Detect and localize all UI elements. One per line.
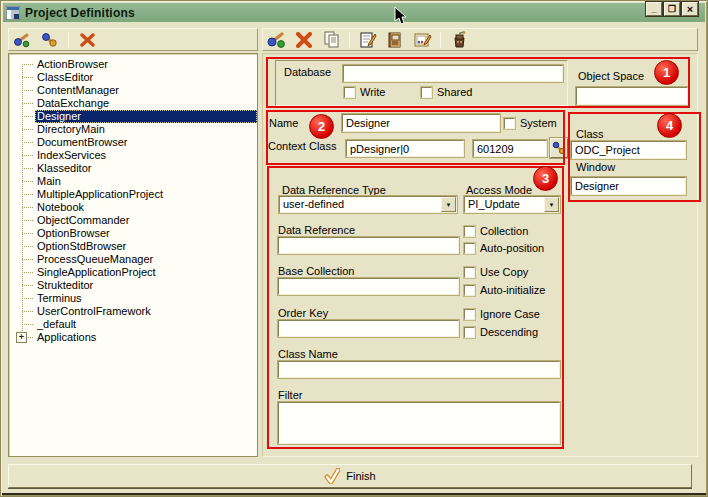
context-class-input[interactable] — [346, 140, 464, 157]
ignore-case-checkbox[interactable] — [464, 309, 475, 320]
auto-initialize-checkbox[interactable] — [464, 285, 475, 296]
finish-button[interactable]: Finish — [8, 464, 692, 488]
system-checkbox[interactable] — [504, 118, 515, 129]
toolbar-separator — [68, 32, 69, 48]
tree-item[interactable]: Klasseditor — [9, 162, 257, 175]
tree-item[interactable]: OptionBrowser — [9, 227, 257, 240]
tree-item[interactable]: OptionStdBrowser — [9, 240, 257, 253]
class-name-label: Class Name — [278, 348, 338, 360]
catalog-book-icon — [386, 31, 404, 49]
ignore-case-label: Ignore Case — [480, 308, 540, 320]
access-mode-label: Access Mode — [466, 184, 532, 196]
delete-button[interactable] — [293, 30, 315, 50]
database-label: Database — [284, 66, 331, 78]
project-tree: ActionBrowser ClassEditor ContentManager… — [9, 54, 257, 344]
tree-item[interactable]: IndexServices — [9, 149, 257, 162]
new-link-object-button[interactable] — [12, 30, 34, 50]
data-reference-type-select[interactable]: user-defined ▼ — [279, 196, 457, 213]
access-mode-select[interactable]: PI_Update ▼ — [464, 196, 560, 213]
tree-item-selected[interactable]: Designer — [9, 110, 257, 123]
write-checkbox-row: Write — [344, 86, 385, 98]
tree-item[interactable]: _default — [9, 318, 257, 331]
project-tree-panel: ActionBrowser ClassEditor ContentManager… — [8, 53, 258, 457]
delete-button[interactable] — [76, 30, 98, 50]
ignore-case-checkbox-row: Ignore Case — [464, 308, 540, 320]
toolbar-separator — [440, 32, 441, 48]
data-reference-type-label: Data Reference Type — [282, 184, 386, 196]
base-collection-label: Base Collection — [278, 265, 354, 277]
new-object-button[interactable] — [266, 30, 288, 50]
database-input[interactable] — [343, 65, 563, 82]
class-name-input[interactable] — [278, 361, 560, 378]
data-reference-input[interactable] — [278, 237, 459, 254]
link-object-icon — [552, 141, 566, 155]
tree-item[interactable]: SingleApplicationProject — [9, 266, 257, 279]
project-definitions-window: Project Definitions _ ❐ × — [0, 0, 708, 497]
link-object-button[interactable] — [39, 30, 61, 50]
collection-checkbox[interactable] — [464, 226, 475, 237]
window-field-label: Window — [576, 161, 615, 173]
context-class-browse-button[interactable] — [550, 138, 568, 158]
delete-x-icon — [80, 33, 95, 47]
edit-document-button[interactable] — [357, 30, 379, 50]
expander-plus-icon[interactable]: + — [16, 332, 27, 343]
tree-item[interactable]: ProcessQueueManager — [9, 253, 257, 266]
descending-checkbox[interactable] — [464, 327, 475, 338]
auto-position-checkbox[interactable] — [464, 243, 475, 254]
tree-item[interactable]: MultipleApplicationProject — [9, 188, 257, 201]
tree-item[interactable]: Strukteditor — [9, 279, 257, 292]
tree-item[interactable]: UserControlFramework — [9, 305, 257, 318]
base-collection-input[interactable] — [278, 278, 459, 295]
form-panel: Database Write Shared Object Space Name … — [262, 53, 698, 457]
tree-item[interactable]: DocumentBrowser — [9, 136, 257, 149]
use-copy-label: Use Copy — [480, 266, 528, 278]
form-toolbar — [262, 28, 698, 51]
descending-label: Descending — [480, 326, 538, 338]
tree-item[interactable]: ObjectCommander — [9, 214, 257, 227]
grinder-icon — [451, 31, 468, 49]
filter-textarea[interactable] — [278, 402, 560, 444]
tree-item[interactable]: Notebook — [9, 201, 257, 214]
name-label: Name — [269, 117, 298, 129]
catalog-button[interactable] — [384, 30, 406, 50]
tree-item[interactable]: ActionBrowser — [9, 58, 257, 71]
tree-item[interactable]: DataExchange — [9, 97, 257, 110]
window-input[interactable] — [571, 177, 686, 195]
tree-item[interactable]: Main — [9, 175, 257, 188]
use-copy-checkbox[interactable] — [464, 267, 475, 278]
edit-view-icon — [413, 31, 432, 49]
data-reference-label: Data Reference — [278, 224, 355, 236]
tree-item[interactable]: DirectoryMain — [9, 123, 257, 136]
finish-label: Finish — [346, 470, 375, 482]
copy-icon — [323, 31, 340, 48]
titlebar: Project Definitions — [3, 3, 705, 22]
shared-checkbox[interactable] — [421, 87, 432, 98]
maximize-button[interactable]: ❐ — [664, 2, 680, 16]
collection-checkbox-row: Collection — [464, 225, 528, 237]
chevron-down-icon[interactable]: ▼ — [544, 197, 559, 212]
object-space-input[interactable] — [576, 87, 688, 105]
object-space-label: Object Space — [578, 70, 644, 82]
edit-view-button[interactable] — [411, 30, 433, 50]
name-input[interactable] — [342, 114, 500, 132]
tree-item-applications[interactable]: + Applications — [9, 331, 257, 344]
delete-x-icon — [295, 32, 313, 48]
tree-item[interactable]: Terminus — [9, 292, 257, 305]
write-checkbox[interactable] — [344, 87, 355, 98]
order-key-input[interactable] — [278, 320, 459, 337]
context-class-id-input[interactable] — [473, 140, 547, 157]
toolbar-separator — [349, 32, 350, 48]
class-input[interactable] — [571, 141, 686, 159]
copy-button[interactable] — [320, 30, 342, 50]
tree-item[interactable]: ClassEditor — [9, 71, 257, 84]
link-object-icon — [41, 32, 59, 48]
tree-item[interactable]: ContentManager — [9, 84, 257, 97]
close-button[interactable]: × — [682, 2, 698, 16]
minimize-button[interactable]: _ — [646, 2, 662, 16]
chevron-down-icon[interactable]: ▼ — [441, 197, 456, 212]
edit-document-icon — [359, 31, 378, 49]
filter-label: Filter — [278, 389, 302, 401]
auto-position-label: Auto-position — [480, 242, 544, 254]
grinder-button[interactable] — [448, 30, 470, 50]
class-label: Class — [576, 128, 604, 140]
